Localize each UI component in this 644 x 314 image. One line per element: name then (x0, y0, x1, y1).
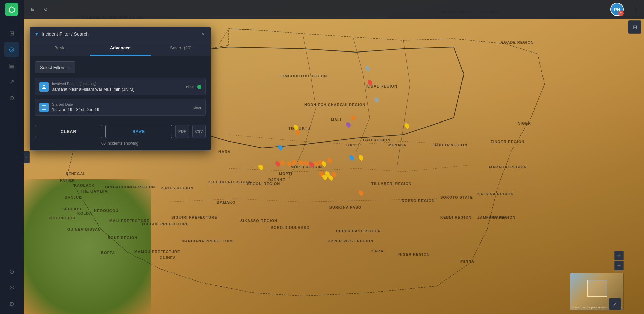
app-logo (5, 3, 18, 16)
zoom-out-button[interactable]: − (614, 261, 624, 270)
export-pdf-button[interactable]: PDF (175, 125, 189, 138)
minimap-viewport (587, 280, 607, 297)
plus-icon: + (67, 64, 70, 70)
filter-dialog-header: ▼ Incident Filter / Search × (30, 27, 211, 41)
zoom-controls: + − (614, 251, 624, 270)
filter-footer: 60 incidents showing. (30, 138, 211, 150)
export-csv-button[interactable]: CSV (192, 125, 206, 138)
calendar-icon (42, 105, 46, 110)
tab-basic[interactable]: Basic (30, 41, 90, 56)
clear-filters-button[interactable]: CLEAR (35, 125, 102, 138)
sidebar-divider-1 (5, 23, 18, 23)
layers-button[interactable]: ⊞ (28, 5, 38, 14)
select-filters-button[interactable]: Select Filters + (35, 61, 75, 73)
filter-status-active-dot (197, 85, 201, 89)
tab-advanced[interactable]: Advanced (90, 41, 151, 56)
save-filters-button[interactable]: SAVE (105, 125, 172, 138)
filter-close-button[interactable]: × (199, 30, 206, 38)
sidebar-item-trend[interactable]: ↗ (4, 74, 19, 89)
filter-row-1-value: Jama'at Nasr al-Islam wal Muslimin (JNIM… (52, 86, 183, 92)
filter-actions-row: CLEAR SAVE PDF CSV (30, 125, 211, 138)
filter-row-2-value: 1st Jan 19 - 31st Dec 19 (52, 107, 190, 112)
filter-row-1-label: Involved Parties (Including) (52, 82, 183, 86)
logo-icon (8, 6, 15, 13)
sidebar-item-grid[interactable]: ⊞ (4, 26, 19, 41)
svg-rect-4 (42, 106, 46, 109)
user-avatar[interactable]: PH 2 (610, 3, 624, 16)
layer-switcher-button[interactable]: ⊟ (628, 20, 641, 34)
filter-body: Select Filters + Involved Parties (Inclu… (30, 56, 211, 125)
incidents-count-text: 60 incidents showing. (101, 141, 140, 146)
layer-switcher: ⊟ (628, 20, 641, 34)
green-area (24, 179, 151, 314)
sidebar-item-layers[interactable]: ⊕ (4, 91, 19, 105)
left-sidebar: ⊞ ◎ ▤ ↗ ⊕ ⊙ ✉ ⚙ (0, 0, 24, 314)
tab-saved[interactable]: Saved (20) (151, 41, 211, 56)
started-date-icon (39, 103, 49, 112)
notification-badge: 2 (618, 11, 624, 16)
filter-dialog: ▼ Incident Filter / Search × Basic Advan… (30, 27, 211, 150)
svg-point-2 (43, 85, 44, 86)
filter-row-2-content: Started Date 1st Jan 19 - 31st Dec 19 (52, 102, 190, 112)
select-filters-label: Select Filters (40, 65, 65, 70)
people-icon (42, 84, 46, 89)
sidebar-item-location[interactable]: ◎ (4, 42, 19, 57)
top-toolbar: ⊞ ⊙ (24, 0, 644, 19)
sidebar-item-messages[interactable]: ✉ (4, 280, 19, 295)
search-toolbar-icon: ⊙ (44, 7, 48, 12)
search-toolbar-button[interactable]: ⊙ (41, 5, 51, 14)
involved-parties-icon (39, 82, 49, 92)
filter-dialog-title: Incident Filter / Search (42, 31, 197, 37)
filter-row-1-clear-button[interactable]: clear (186, 85, 194, 89)
zoom-in-button[interactable]: + (614, 251, 624, 260)
collapse-sidebar-button[interactable]: › (24, 151, 30, 163)
filter-row-1-content: Involved Parties (Including) Jama'at Nas… (52, 82, 183, 92)
layers-toolbar-icon: ⊞ (31, 7, 35, 12)
filter-funnel-icon: ▼ (34, 31, 39, 37)
filter-row-started-date: Started Date 1st Jan 19 - 31st Dec 19 cl… (35, 99, 206, 116)
sidebar-item-filter[interactable]: ▤ (4, 58, 19, 73)
filter-row-2-label: Started Date (52, 102, 190, 106)
filter-row-2-clear-button[interactable]: clear (193, 105, 201, 109)
chevron-right-icon: › (26, 155, 27, 159)
more-menu-button[interactable]: ⋮ (634, 6, 640, 13)
expand-map-button[interactable]: ⤢ (609, 298, 621, 310)
sidebar-item-location2[interactable]: ⊙ (4, 264, 19, 279)
filter-tabs: Basic Advanced Saved (20) (30, 41, 211, 56)
filter-row-involved-parties: Involved Parties (Including) Jama'at Nas… (35, 78, 206, 95)
svg-point-3 (44, 85, 45, 86)
sidebar-item-settings[interactable]: ⚙ (4, 296, 19, 311)
